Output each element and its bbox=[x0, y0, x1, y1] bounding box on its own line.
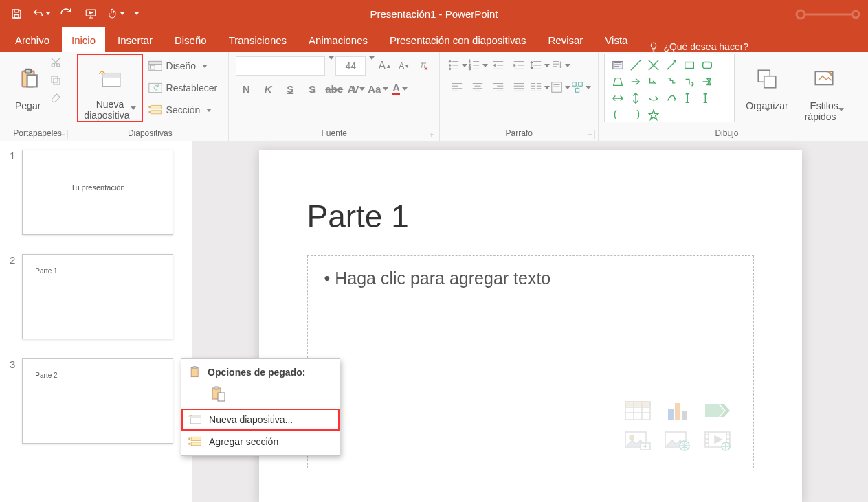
align-text-button[interactable] bbox=[550, 78, 570, 96]
thumb-num-2: 2 bbox=[10, 254, 15, 339]
ctx-paste-options-label: Opciones de pegado: bbox=[208, 367, 305, 378]
group-dibujo-label: Dibujo bbox=[604, 128, 849, 141]
change-case-button[interactable]: Aa bbox=[368, 80, 388, 98]
tab-vista[interactable]: Vista bbox=[595, 27, 637, 52]
tab-revisar[interactable]: Revisar bbox=[538, 27, 592, 52]
shapes-gallery[interactable] bbox=[604, 54, 735, 122]
justify-button[interactable] bbox=[509, 78, 529, 96]
restablecer-label: Restablecer bbox=[166, 82, 218, 93]
tab-archivo[interactable]: Archivo bbox=[5, 27, 59, 52]
save-icon[interactable] bbox=[5, 3, 27, 25]
tab-transiciones[interactable]: Transiciones bbox=[219, 27, 296, 52]
portapapeles-launcher-icon[interactable] bbox=[58, 130, 68, 139]
cut-icon[interactable] bbox=[49, 56, 62, 71]
decrease-font-icon[interactable]: A▼ bbox=[395, 56, 413, 76]
char-spacing-button[interactable]: AV bbox=[346, 80, 366, 98]
parrafo-launcher-icon[interactable] bbox=[586, 130, 595, 139]
paste-icon bbox=[188, 365, 202, 379]
numbering-button[interactable]: 123 bbox=[467, 56, 488, 74]
align-center-button[interactable] bbox=[467, 78, 488, 96]
italic-button[interactable]: K bbox=[258, 80, 278, 98]
tab-inicio[interactable]: Inicio bbox=[62, 27, 105, 52]
copy-icon[interactable] bbox=[49, 74, 62, 89]
font-name-combo[interactable] bbox=[236, 56, 325, 76]
restablecer-button[interactable]: Restablecer bbox=[146, 78, 221, 98]
shadow-button[interactable]: S bbox=[302, 80, 322, 98]
font-size-combo[interactable]: 44 bbox=[335, 56, 366, 76]
insert-online-picture-icon[interactable] bbox=[661, 429, 694, 453]
bold-button[interactable]: N bbox=[236, 80, 256, 98]
underline-button[interactable]: S bbox=[280, 80, 300, 98]
group-parrafo-label: Párrafo bbox=[445, 128, 592, 141]
tab-animaciones[interactable]: Animaciones bbox=[299, 27, 377, 52]
organizar-button[interactable]: Organizar bbox=[740, 54, 793, 122]
svg-point-43 bbox=[630, 435, 634, 440]
ctx-seccion-label: Agregar sección bbox=[209, 436, 278, 447]
insert-smartart-icon[interactable] bbox=[701, 399, 734, 422]
present-from-start-icon[interactable] bbox=[80, 3, 102, 25]
slide-thumbnail-pane: 1 Tu presentación 2 Parte 1 3 Parte 2 bbox=[0, 141, 192, 502]
group-diapositivas: Nueva diapositiva Diseño Restablecer Sec… bbox=[71, 52, 228, 141]
smartart-button[interactable] bbox=[570, 78, 591, 96]
undo-icon[interactable] bbox=[30, 3, 52, 25]
group-diapositivas-label: Diapositivas bbox=[77, 128, 223, 141]
increase-indent-button[interactable] bbox=[509, 56, 529, 74]
pegar-button[interactable]: Pegar bbox=[10, 54, 46, 122]
strikethrough-button[interactable]: abc bbox=[324, 80, 344, 98]
svg-rect-12 bbox=[102, 73, 120, 77]
svg-rect-6 bbox=[27, 75, 36, 87]
svg-rect-58 bbox=[189, 438, 190, 440]
clear-formatting-icon[interactable] bbox=[414, 56, 432, 76]
insert-table-icon[interactable] bbox=[621, 399, 654, 422]
insert-picture-icon[interactable] bbox=[621, 429, 654, 453]
nueva-diapositiva-label: Nueva diapositiva bbox=[84, 99, 129, 120]
slide-thumbnail-2[interactable]: Parte 1 bbox=[22, 254, 173, 339]
format-painter-icon[interactable] bbox=[49, 92, 62, 107]
align-left-button[interactable] bbox=[447, 78, 467, 96]
slide-thumbnail-1[interactable]: Tu presentación bbox=[22, 150, 173, 235]
redo-icon[interactable] bbox=[55, 3, 77, 25]
line-spacing-button[interactable] bbox=[529, 56, 550, 74]
thumb-2-title: Parte 1 bbox=[35, 267, 160, 275]
seccion-button[interactable]: Sección bbox=[146, 100, 221, 119]
work-area: 1 Tu presentación 2 Parte 1 3 Parte 2 Pa… bbox=[0, 141, 868, 502]
font-color-button[interactable]: A bbox=[390, 80, 410, 98]
tab-presentacion[interactable]: Presentación con diapositivas bbox=[380, 27, 535, 52]
diseno-diapositiva-button[interactable]: Diseño bbox=[146, 56, 221, 76]
svg-rect-16 bbox=[148, 83, 161, 92]
text-direction-button[interactable] bbox=[550, 56, 570, 74]
fuente-launcher-icon[interactable] bbox=[427, 130, 436, 139]
bullets-button[interactable] bbox=[447, 56, 467, 74]
estilos-rapidos-button[interactable]: Estilos rápidos bbox=[799, 54, 849, 122]
ctx-paste-options-header: Opciones de pegado: bbox=[181, 362, 340, 383]
title-bar: Presentación1 - PowerPoint bbox=[0, 0, 868, 27]
content-placeholder[interactable]: • Haga clic para agregar texto bbox=[307, 255, 754, 468]
slide-thumbnail-3[interactable]: Parte 2 bbox=[22, 358, 173, 444]
svg-rect-10 bbox=[52, 76, 58, 82]
paste-keep-source-icon[interactable] bbox=[208, 384, 228, 404]
slide-canvas[interactable]: Parte 1 • Haga clic para agregar texto bbox=[259, 150, 802, 502]
tab-diseno[interactable]: Diseño bbox=[165, 27, 216, 52]
align-right-button[interactable] bbox=[488, 78, 509, 96]
svg-rect-50 bbox=[193, 367, 197, 369]
increase-font-icon[interactable]: A▲ bbox=[376, 56, 394, 76]
columns-button[interactable] bbox=[529, 78, 550, 96]
content-placeholder-text: • Haga clic para agregar texto bbox=[324, 269, 737, 288]
ctx-agregar-seccion[interactable]: Agregar sección bbox=[181, 431, 340, 453]
nueva-diapositiva-button[interactable]: Nueva diapositiva bbox=[77, 54, 142, 122]
decrease-indent-button[interactable] bbox=[488, 56, 509, 74]
thumb-3-title: Parte 2 bbox=[35, 372, 160, 379]
tab-insertar[interactable]: Insertar bbox=[108, 27, 162, 52]
ribbon: Pegar Portapapeles Nueva diapositiva Dis… bbox=[0, 52, 868, 141]
touch-mode-icon[interactable] bbox=[104, 3, 126, 25]
insert-video-icon[interactable] bbox=[701, 429, 734, 453]
svg-rect-15 bbox=[150, 65, 155, 69]
ctx-nueva-diapositiva[interactable]: Nueva diapositiva... bbox=[181, 409, 340, 431]
group-dibujo: Organizar Estilos rápidos Dibujo bbox=[598, 52, 854, 141]
tell-me-search[interactable]: ¿Qué desea hacer? bbox=[648, 41, 748, 52]
svg-rect-0 bbox=[14, 15, 19, 19]
qat-customize-icon[interactable] bbox=[129, 3, 143, 25]
insert-chart-icon[interactable] bbox=[661, 399, 694, 422]
svg-rect-20 bbox=[148, 112, 150, 113]
slide-title-placeholder[interactable]: Parte 1 bbox=[307, 198, 754, 235]
